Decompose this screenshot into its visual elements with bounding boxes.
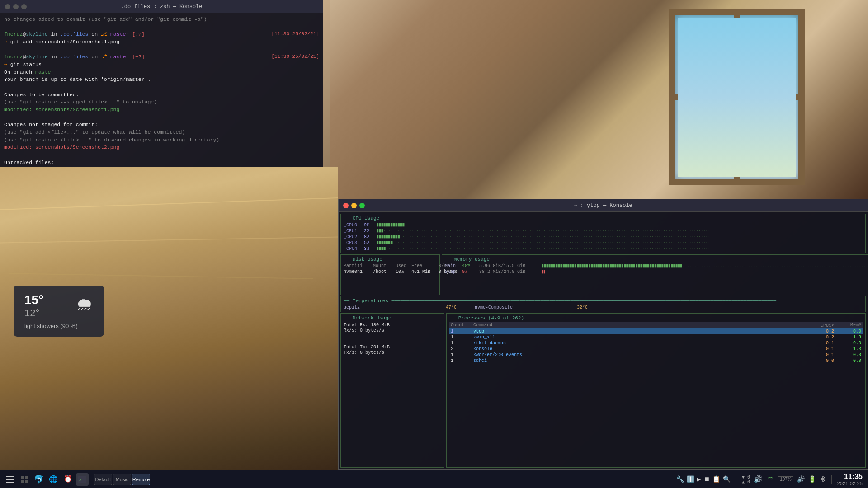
term-flags-2: [+?] <box>129 54 145 60</box>
term-update-text: (use "git add <file>..." to update what … <box>4 129 185 135</box>
ytop-min-btn[interactable] <box>351 203 357 208</box>
proc-cpu-1: 0.2 <box>802 335 834 340</box>
term-flags-1: [!?] <box>129 31 145 37</box>
network-section: ── Network Usage ───── Total Rx: 180 MiB… <box>340 313 444 468</box>
temps-title: ── Temperatures ────────────────────────… <box>344 298 863 304</box>
ytop-max-btn[interactable] <box>359 203 365 208</box>
svg-rect-3 <box>21 476 24 479</box>
proc-row-konsole: 2 konsole 0.1 1.3 <box>449 346 863 352</box>
term-on-2: on <box>88 54 101 60</box>
ytop-titlebar[interactable]: ~ : ytop — Konsole <box>339 199 868 212</box>
terminal-max-btn[interactable] <box>21 4 27 9</box>
temp-nvme-value: 32°C <box>577 305 588 310</box>
term-mod-text-1: modified: screenshots/Screenshot1.png <box>4 107 119 113</box>
term-prompt-left-1: fmcruz@skyline in .dotfiles on ⎇ master … <box>4 31 145 38</box>
cpu-label-3: _CPU3 <box>344 240 364 245</box>
proc-count-3: 2 <box>451 347 473 352</box>
term-uptodate: Your branch is up to date with 'origin/m… <box>4 76 319 84</box>
terminal-main-title: .dotfiles : zsh — Konsole <box>121 4 202 10</box>
clock-time: 11:35 <box>837 473 863 481</box>
memory-title: ── Memory Usage ────────────────────────… <box>445 257 868 262</box>
term-branch-1: master <box>110 31 129 37</box>
tray-clipboard-icon[interactable]: 📋 <box>712 475 720 483</box>
tray-play-icon[interactable]: ▶ <box>697 475 701 483</box>
net-rx-total: Total Rx: 180 MiB <box>344 323 441 328</box>
taskbar-terminal-icon[interactable]: >_ <box>76 473 89 486</box>
middle-section-row: ── Disk Usage ── Partiti Mount Used Free… <box>340 254 866 295</box>
disk-header-row: Partiti Mount Used Free R/s <box>344 263 437 268</box>
bluetooth-icon[interactable] <box>820 475 826 483</box>
taskbar-dolphin-icon[interactable]: 🐬 <box>33 473 45 486</box>
vdesk-default[interactable]: Default <box>94 474 112 485</box>
terminal-close-btn[interactable] <box>5 4 10 9</box>
proc-mem-3: 1.3 <box>834 347 861 352</box>
disk-hdr-part: Partiti <box>344 263 373 268</box>
disk-hdr-free: Free <box>411 263 439 268</box>
term-prompt-left-2: fmcruz@skyline in .dotfiles on ⎇ master … <box>4 53 145 61</box>
cpu-row-2: _CPU2 8% ·······························… <box>344 234 863 239</box>
tray-info-icon[interactable]: ℹ️ <box>687 475 694 483</box>
disk-title: ── Disk Usage ── <box>344 257 437 262</box>
ytop-close-btn[interactable] <box>343 203 349 208</box>
volume-speaker-icon[interactable]: 🔊 <box>797 475 805 483</box>
network-wifi-icon[interactable] <box>766 475 774 483</box>
mem-swap-label: Swap <box>445 269 458 274</box>
term-in-1: in <box>48 31 61 37</box>
cpu-bar-fill-0: ████████████ <box>377 223 420 227</box>
proc-title: ── Processes (4-9 of 262) ──────────────… <box>449 315 863 321</box>
tray-stop-icon[interactable]: ⏹ <box>703 476 710 483</box>
sand-ripple-3 <box>9 273 313 279</box>
proc-cmd-2: rtkit-daemon <box>473 341 802 346</box>
taskbar-browser-icon[interactable]: 🌐 <box>47 473 60 486</box>
proc-cmd-5: sdhci <box>473 358 802 363</box>
proc-mem-5: 0.0 <box>834 358 861 363</box>
cpu-row-3: _CPU3 5% ·······························… <box>344 240 863 245</box>
weather-description: light showers (90 %) <box>24 323 93 329</box>
vdesk-remote[interactable]: Remote <box>132 474 150 485</box>
disk-hdr-mount: Mount <box>373 263 396 268</box>
cpu-pct-4: 3% <box>364 246 377 251</box>
volume-icon[interactable]: 🔊 <box>754 475 763 484</box>
tray-search-icon[interactable]: 🔍 <box>723 475 731 483</box>
weather-icon: 🌧 <box>76 295 93 315</box>
cpu-row-0: _CPU0 9% ·······························… <box>344 222 863 228</box>
disk-free: 461 MiB <box>411 269 439 274</box>
bottom-section-row: ── Network Usage ───── Total Rx: 180 MiB… <box>340 313 866 468</box>
vdesk-music[interactable]: Music <box>113 474 131 485</box>
net-speed-up: ▲ 0 <box>742 479 750 484</box>
term-in-2: in <box>48 54 61 60</box>
disk-used-pct: 10% <box>396 269 411 274</box>
cpu-bar-4: ········································… <box>377 247 863 250</box>
mem-main-bar-fill: ████████████████████████████████████████… <box>542 264 682 268</box>
term-branch-2: master <box>110 54 129 60</box>
terminal-main-titlebar[interactable]: .dotfiles : zsh — Konsole <box>0 0 323 13</box>
svg-rect-4 <box>25 476 28 479</box>
cpu-title: ── CPU Usage ───────────────────────────… <box>344 216 863 221</box>
term-blank-1 <box>4 23 319 31</box>
term-arrow-1: → <box>4 39 10 45</box>
system-tray: 🔧 ℹ️ ▶ ⏹ 📋 🔍 <box>676 475 731 483</box>
proc-mem-4: 0.0 <box>834 352 861 357</box>
app-menu-icon[interactable] <box>4 473 16 486</box>
memory-section: ── Memory Usage ────────────────────────… <box>442 254 868 295</box>
mem-main-value: 5.96 GiB/15.5 GiB <box>479 263 538 268</box>
svg-rect-6 <box>25 480 28 483</box>
terminal-min-btn[interactable] <box>13 4 19 9</box>
taskbar-right: 🔧 ℹ️ ▶ ⏹ 📋 🔍 ▼ 0 ▲ 0 🔊 197% 🔊 <box>671 473 868 486</box>
tray-tools-icon[interactable]: 🔧 <box>676 475 684 483</box>
clock[interactable]: 11:35 2021-02-25 <box>837 473 863 486</box>
battery-icon[interactable]: 🔋 <box>808 475 816 483</box>
term-uptodate-text: Your branch is up to date with 'origin/m… <box>4 76 151 82</box>
proc-cmd-1: kwin_x11 <box>473 335 802 340</box>
term-user-1: fmcruz <box>4 31 23 37</box>
term-changes-unstaged: Changes not staged for commit: <box>4 121 319 129</box>
mem-swap-value: 38.2 MiB/24.0 GiB <box>479 269 538 274</box>
terminal-shell-icon: >_ <box>78 476 86 483</box>
disk-hdr-used: Used <box>396 263 411 268</box>
wallpaper-right <box>330 0 868 199</box>
net-tx-rate: Tx/s: 0 bytes/s <box>344 350 441 355</box>
taskbar-clock-icon[interactable]: ⏰ <box>61 473 74 486</box>
taskbar-pager-icon[interactable] <box>18 473 31 486</box>
cpu-bar-fill-1: ███ <box>377 229 387 233</box>
disk-title-text: Disk Usage <box>353 257 382 262</box>
